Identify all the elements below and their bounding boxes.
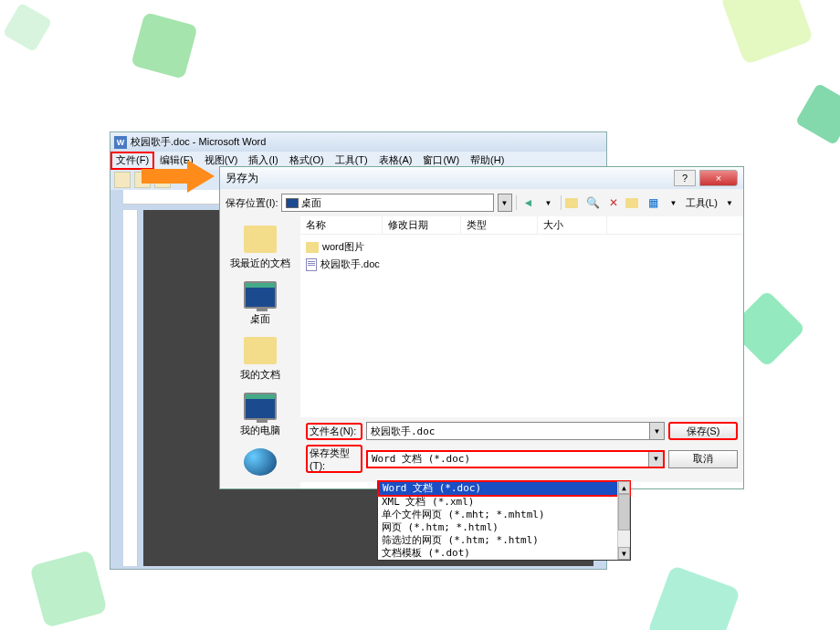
- word-titlebar: W 校园歌手.doc - Microsoft Word: [110, 132, 606, 152]
- places-sidebar: 我最近的文档 桌面 我的文档 我的电脑: [220, 216, 300, 488]
- col-modified[interactable]: 修改日期: [383, 216, 461, 234]
- filename-dropdown-icon[interactable]: ▼: [649, 423, 664, 439]
- desktop-monitor-icon: [244, 281, 277, 309]
- list-item[interactable]: 校园歌手.doc: [306, 256, 738, 273]
- folder-icon: [306, 242, 319, 253]
- col-name[interactable]: 名称: [300, 216, 383, 234]
- file-name: 校园歌手.doc: [320, 257, 380, 271]
- views-dropdown-icon[interactable]: ▼: [666, 194, 682, 211]
- scroll-thumb[interactable]: [618, 494, 630, 530]
- col-size[interactable]: 大小: [538, 216, 607, 234]
- search-icon[interactable]: 🔍: [585, 194, 602, 211]
- vertical-ruler: [123, 210, 138, 566]
- mycomputer-icon: [244, 393, 277, 420]
- column-headers: 名称 修改日期 类型 大小: [300, 216, 743, 235]
- desktop-icon: [286, 198, 299, 208]
- filetype-dropdown-icon[interactable]: ▼: [648, 452, 663, 467]
- sidebar-mydocs-label: 我的文档: [220, 368, 300, 382]
- location-combo[interactable]: 桌面: [281, 194, 493, 212]
- file-list[interactable]: word图片 校园歌手.doc: [300, 235, 743, 417]
- help-button[interactable]: ?: [674, 170, 696, 186]
- location-dropdown-icon[interactable]: ▼: [498, 194, 512, 212]
- dropdown-option[interactable]: XML 文档 (*.xml): [378, 496, 630, 509]
- filetype-value: Word 文档 (*.doc): [368, 452, 648, 466]
- filename-input[interactable]: 校园歌手.doc ▼: [366, 422, 665, 440]
- dropdown-option[interactable]: 单个文件网页 (*.mht; *.mhtml): [378, 509, 630, 521]
- decoration: [131, 12, 197, 79]
- file-area: 名称 修改日期 类型 大小 word图片 校园歌手.doc 文件名(N):: [300, 216, 743, 488]
- sidebar-mycomputer[interactable]: 我的电脑: [220, 387, 300, 443]
- dialog-bottom: 文件名(N): 校园歌手.doc ▼ 保存(S) 保存类型(T): Word 文…: [300, 417, 743, 482]
- pointer-arrow: [142, 160, 219, 193]
- list-item[interactable]: word图片: [306, 238, 738, 256]
- word-app-icon: W: [114, 136, 127, 149]
- dropdown-option[interactable]: 筛选过的网页 (*.htm; *.html): [378, 534, 630, 547]
- new-folder-icon[interactable]: [625, 194, 642, 211]
- sidebar-desktop-label: 桌面: [220, 312, 300, 326]
- save-as-dialog: 另存为 ? × 保存位置(I): 桌面 ▼ ◄ ▼ 🔍 ✕ ▦ ▼ 工具(L) …: [219, 166, 744, 489]
- dropdown-scrollbar[interactable]: ▲ ▼: [617, 481, 630, 560]
- sidebar-mydocs[interactable]: 我的文档: [220, 331, 300, 387]
- sidebar-network[interactable]: [220, 443, 300, 485]
- word-title: 校园歌手.doc - Microsoft Word: [131, 135, 266, 149]
- filename-value: 校园歌手.doc: [367, 425, 649, 438]
- decoration: [720, 0, 814, 65]
- filetype-combo[interactable]: Word 文档 (*.doc) ▼: [366, 450, 665, 468]
- back-dropdown-icon[interactable]: ▼: [541, 194, 557, 211]
- doc-icon: [306, 258, 317, 271]
- filetype-dropdown-list: Word 文档 (*.doc) XML 文档 (*.xml) 单个文件网页 (*…: [377, 480, 631, 561]
- mydocs-folder-icon: [244, 337, 277, 364]
- delete-icon[interactable]: ✕: [605, 194, 622, 211]
- views-icon[interactable]: ▦: [646, 194, 662, 211]
- sidebar-recent-label: 我最近的文档: [220, 257, 300, 270]
- tools-dropdown-icon[interactable]: ▼: [721, 194, 738, 211]
- filename-label: 文件名(N):: [306, 423, 362, 440]
- sidebar-desktop[interactable]: 桌面: [220, 276, 300, 331]
- dialog-titlebar: 另存为 ? ×: [220, 167, 743, 189]
- toolbar-new-icon[interactable]: [114, 172, 131, 188]
- back-icon[interactable]: ◄: [520, 194, 537, 211]
- col-type[interactable]: 类型: [461, 216, 538, 234]
- scroll-down-icon[interactable]: ▼: [618, 547, 630, 560]
- dialog-title: 另存为: [226, 171, 674, 186]
- location-bar: 保存位置(I): 桌面 ▼ ◄ ▼ 🔍 ✕ ▦ ▼ 工具(L) ▼: [220, 189, 743, 216]
- file-name: word图片: [322, 240, 364, 254]
- dropdown-option[interactable]: Word 文档 (*.doc): [377, 480, 631, 497]
- sidebar-recent[interactable]: 我最近的文档: [220, 220, 300, 276]
- up-icon[interactable]: [565, 194, 582, 211]
- tools-menu[interactable]: 工具(L): [686, 196, 718, 210]
- decoration: [3, 3, 53, 53]
- decoration: [29, 550, 108, 628]
- decoration: [795, 83, 840, 145]
- sidebar-mycomputer-label: 我的电脑: [220, 424, 300, 437]
- filetype-label: 保存类型(T):: [306, 445, 362, 473]
- location-value: 桌面: [301, 196, 321, 210]
- location-label: 保存位置(I):: [226, 196, 278, 210]
- cancel-button[interactable]: 取消: [668, 450, 738, 468]
- close-button[interactable]: ×: [699, 170, 738, 186]
- recent-folder-icon: [244, 226, 277, 253]
- dropdown-option[interactable]: 文档模板 (*.dot): [378, 547, 630, 560]
- network-globe-icon: [244, 448, 277, 476]
- save-button[interactable]: 保存(S): [668, 422, 738, 440]
- decoration: [647, 565, 741, 630]
- dropdown-option[interactable]: 网页 (*.htm; *.html): [378, 521, 630, 534]
- scroll-up-icon[interactable]: ▲: [618, 481, 630, 494]
